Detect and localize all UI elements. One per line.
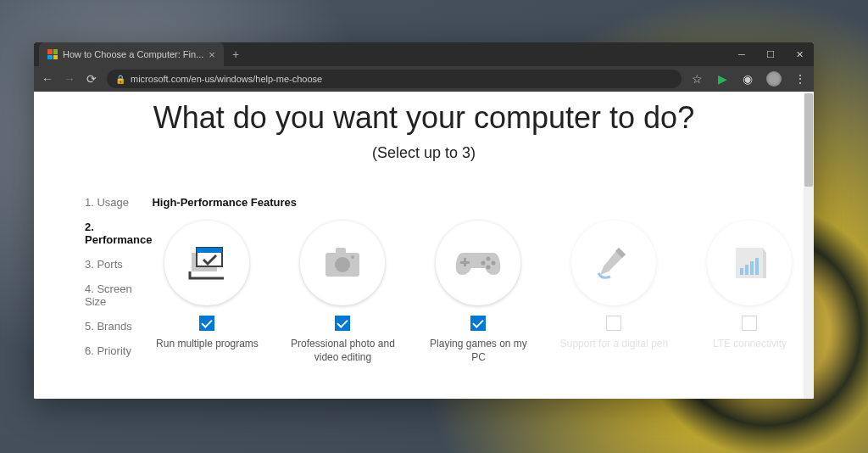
tab-title: How to Choose a Computer: Fin...: [63, 49, 203, 59]
sidebar-step-6[interactable]: 6. Priority: [85, 344, 152, 357]
scrollbar-thumb[interactable]: [804, 93, 813, 187]
svg-rect-2: [197, 248, 222, 253]
url-text: microsoft.com/en-us/windows/help-me-choo…: [131, 74, 322, 84]
feature-option-gamepad[interactable]: Playing games on my PC: [423, 221, 533, 364]
main-panel: High-Performance Features Run multiple p…: [152, 196, 804, 369]
new-tab-button[interactable]: +: [224, 48, 248, 61]
tab-close-icon[interactable]: ×: [209, 48, 215, 61]
microsoft-favicon: [47, 49, 58, 59]
gamepad-icon: [436, 221, 520, 305]
address-bar[interactable]: 🔒 microsoft.com/en-us/windows/help-me-ch…: [107, 70, 682, 88]
page-subheading: (Select up to 3): [34, 144, 814, 162]
profile-avatar[interactable]: [766, 71, 782, 87]
feature-options: Run multiple programsProfessional photo …: [152, 221, 804, 364]
feature-label: Playing games on my PC: [423, 338, 533, 364]
browser-window: How to Choose a Computer: Fin... × + ─ ☐…: [34, 42, 814, 399]
svg-rect-15: [750, 261, 754, 275]
address-bar-row: ← → ⟳ 🔒 microsoft.com/en-us/windows/help…: [34, 66, 814, 92]
svg-rect-13: [740, 268, 743, 275]
feature-checkbox[interactable]: [335, 316, 350, 331]
svg-rect-4: [336, 248, 346, 254]
forward-button[interactable]: →: [63, 72, 76, 86]
feature-label: Professional photo and video editing: [287, 338, 398, 364]
minimize-button[interactable]: ─: [727, 42, 756, 66]
sidebar-step-3[interactable]: 3. Ports: [85, 258, 152, 271]
back-button[interactable]: ←: [41, 72, 54, 86]
window-controls: ─ ☐ ✕: [727, 42, 814, 66]
feature-checkbox[interactable]: [199, 316, 214, 331]
feature-option-multitask[interactable]: Run multiple programs: [152, 221, 262, 364]
svg-point-11: [487, 266, 491, 270]
bookmark-icon[interactable]: ☆: [690, 72, 704, 86]
camera-icon: [300, 221, 385, 305]
maximize-button[interactable]: ☐: [756, 42, 785, 66]
feature-option-pen: Support for a digital pen: [559, 221, 669, 364]
feature-option-signal: LTE connectivity: [694, 221, 804, 364]
multitask-icon: [164, 221, 249, 305]
svg-point-10: [492, 261, 496, 266]
page-content: What do you want your computer to do? (S…: [34, 92, 814, 399]
step-sidebar: 1. Usage2. Performance3. Ports4. Screen …: [85, 196, 152, 369]
extension-circle-icon[interactable]: ◉: [741, 72, 754, 86]
signal-icon: [707, 221, 792, 305]
sidebar-step-1[interactable]: 1. Usage: [85, 196, 152, 209]
feature-checkbox: [742, 316, 757, 331]
feature-checkbox[interactable]: [470, 316, 486, 331]
svg-point-12: [481, 261, 486, 266]
browser-titlebar: How to Choose a Computer: Fin... × + ─ ☐…: [34, 42, 814, 66]
sidebar-step-4[interactable]: 4. Screen Size: [85, 282, 152, 308]
svg-point-6: [351, 255, 354, 259]
close-button[interactable]: ✕: [785, 42, 814, 66]
feature-label: Run multiple programs: [152, 338, 262, 351]
section-title: High-Performance Features: [152, 196, 804, 209]
svg-rect-16: [755, 258, 759, 275]
browser-tab[interactable]: How to Choose a Computer: Fin... ×: [39, 42, 224, 66]
sidebar-step-2[interactable]: 2. Performance: [85, 221, 152, 246]
svg-rect-8: [460, 261, 470, 264]
feature-label: Support for a digital pen: [559, 338, 669, 351]
sidebar-step-5[interactable]: 5. Brands: [85, 320, 152, 333]
feature-checkbox: [606, 316, 621, 331]
reload-button[interactable]: ⟳: [85, 72, 98, 86]
svg-rect-14: [745, 265, 748, 275]
menu-icon[interactable]: ⋮: [793, 72, 807, 86]
feature-option-camera[interactable]: Professional photo and video editing: [287, 221, 398, 364]
svg-point-9: [487, 257, 491, 261]
extension-icon[interactable]: ▶: [715, 72, 729, 86]
lock-icon: 🔒: [115, 75, 125, 84]
pen-icon: [571, 221, 656, 305]
scrollbar-track[interactable]: [804, 92, 814, 399]
svg-point-5: [335, 257, 350, 272]
page-heading: What do you want your computer to do?: [34, 100, 814, 136]
feature-label: LTE connectivity: [694, 338, 804, 351]
